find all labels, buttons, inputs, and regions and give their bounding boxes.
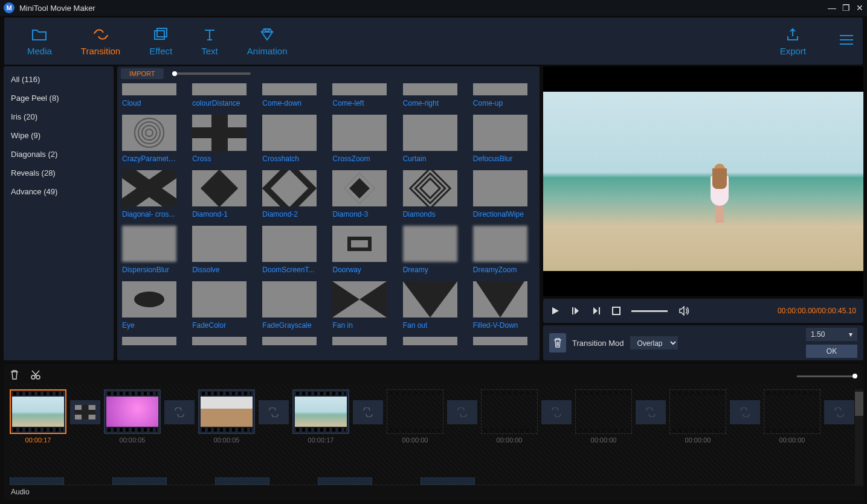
transition-label: CrossZoom	[332, 155, 387, 163]
prev-frame-icon[interactable]	[571, 306, 581, 316]
sidebar-item[interactable]: Reveals (28)	[4, 164, 114, 182]
sidebar-item[interactable]: Diagonals (2)	[4, 145, 114, 164]
sidebar-item[interactable]: Advance (49)	[4, 182, 114, 201]
transition-slot[interactable]	[164, 400, 195, 424]
timeline-zoom-slider[interactable]	[797, 375, 857, 377]
transition-thumb[interactable]: Fan out	[403, 281, 457, 330]
transition-thumb[interactable]: FadeGrayscale	[262, 281, 317, 330]
transition-thumb[interactable]: Crosshatch	[262, 115, 317, 163]
transition-slot[interactable]	[730, 400, 760, 424]
transition-thumb[interactable]: Come-right	[403, 83, 457, 107]
transition-thumb[interactable]: Filled-V-Down	[473, 281, 527, 330]
timeline-clip[interactable]: 00:00:05	[104, 389, 161, 444]
tab-effect[interactable]: Effect	[135, 27, 187, 56]
ok-button[interactable]: OK	[806, 345, 857, 358]
transition-slot[interactable]	[824, 400, 854, 424]
play-icon[interactable]	[550, 306, 560, 316]
transition-label: Diamond-1	[192, 210, 247, 219]
audio-track-label: Audio	[11, 488, 30, 496]
transition-mode-select[interactable]: Overlap	[630, 336, 678, 349]
transition-thumb[interactable]	[332, 337, 387, 345]
transition-thumb[interactable]: Curtain	[403, 115, 457, 163]
timeline-empty-slot[interactable]: 00:00:00	[669, 389, 726, 444]
transition-thumb[interactable]: DispersionBlur	[122, 226, 176, 274]
timeline-clip[interactable]: 00:00:17	[10, 389, 66, 444]
transition-label: DispersionBlur	[122, 266, 176, 274]
gallery-zoom-slider[interactable]	[172, 72, 251, 75]
tab-animation[interactable]: Animation	[233, 27, 302, 56]
stop-icon[interactable]	[612, 307, 620, 315]
transition-slot[interactable]	[70, 400, 100, 424]
transition-thumb[interactable]: Cloud	[122, 83, 176, 107]
tab-transition[interactable]: Transition	[66, 27, 135, 56]
tab-text[interactable]: Text	[187, 27, 233, 56]
transition-thumb[interactable]: Come-down	[262, 83, 317, 107]
transition-thumb[interactable]: DefocusBlur	[473, 115, 527, 163]
timeline-delete-icon[interactable]	[10, 369, 19, 383]
preview-player[interactable]	[543, 66, 863, 296]
transition-thumb[interactable]: Diagonal- cros...	[122, 170, 176, 219]
volume-slider[interactable]	[631, 310, 668, 312]
transition-thumb[interactable]: Cross	[192, 115, 247, 163]
export-button[interactable]: Export	[765, 27, 820, 56]
hamburger-icon[interactable]	[839, 34, 854, 48]
transition-thumb[interactable]: Eye	[122, 281, 176, 330]
timeline-clip[interactable]: 00:00:05	[198, 389, 255, 444]
transition-thumb[interactable]: Come-left	[332, 83, 387, 107]
transition-label: CrazyParametr...	[122, 155, 176, 163]
transition-label: FadeGrayscale	[262, 321, 317, 330]
timeline-clip[interactable]: 00:00:17	[292, 389, 349, 444]
transition-thumb[interactable]: Diamonds	[403, 170, 457, 219]
transition-thumb[interactable]	[262, 337, 317, 345]
transition-slot[interactable]	[636, 400, 666, 424]
tab-media[interactable]: Media	[13, 27, 66, 56]
sidebar-item[interactable]: Iris (20)	[4, 107, 114, 126]
transition-duration-input[interactable]: 1.50▾	[806, 328, 857, 341]
transition-thumb[interactable]: CrazyParametr...	[122, 115, 176, 163]
transition-thumb[interactable]	[473, 337, 527, 345]
text-icon	[202, 27, 218, 42]
transition-thumb[interactable]: DreamyZoom	[473, 226, 527, 274]
transition-label: Come-down	[262, 99, 317, 107]
timeline-empty-slot[interactable]: 00:00:00	[764, 389, 820, 444]
transition-thumb[interactable]: Dissolve	[192, 226, 247, 274]
transition-thumb[interactable]: CrossZoom	[332, 115, 387, 163]
transition-slot[interactable]	[259, 400, 289, 424]
transition-slot[interactable]	[447, 400, 477, 424]
transition-thumb[interactable]: Diamond-1	[192, 170, 247, 219]
transition-thumb[interactable]	[192, 337, 247, 345]
timeline-empty-slot[interactable]: 00:00:00	[575, 389, 632, 444]
sidebar-item[interactable]: Wipe (9)	[4, 126, 114, 145]
transition-thumb[interactable]: FadeColor	[192, 281, 247, 330]
transition-thumb[interactable]: Doorway	[332, 226, 387, 274]
transition-gallery: IMPORT CloudcolourDistanceCome-downCome-…	[117, 66, 540, 360]
maximize-icon[interactable]: ❐	[842, 3, 850, 13]
next-frame-icon[interactable]	[591, 306, 601, 316]
transition-thumb[interactable]	[403, 337, 457, 345]
timeline-empty-slot[interactable]: 00:00:00	[481, 389, 538, 444]
transition-slot[interactable]	[353, 400, 383, 424]
transition-label: Diamond-2	[262, 210, 317, 219]
minimize-icon[interactable]: —	[828, 3, 836, 13]
transition-thumb[interactable]: Diamond-2	[262, 170, 317, 219]
close-icon[interactable]: ✕	[856, 3, 863, 13]
transition-thumb[interactable]: DirectionalWipe	[473, 170, 527, 219]
transition-thumb[interactable]: Come-up	[473, 83, 527, 107]
transition-label: FadeColor	[192, 321, 247, 330]
sidebar-item[interactable]: All (116)	[4, 70, 114, 89]
sidebar-item[interactable]: Page Peel (8)	[4, 89, 114, 107]
transition-slot[interactable]	[541, 400, 572, 424]
import-button[interactable]: IMPORT	[121, 68, 164, 79]
transition-thumb[interactable]: Dreamy	[403, 226, 457, 274]
clip-duration: 00:00:00	[591, 436, 617, 444]
transition-thumb[interactable]: DoomScreenT...	[262, 226, 317, 274]
timeline-empty-slot[interactable]: 00:00:00	[387, 389, 443, 444]
timeline-scrollbar[interactable]	[855, 389, 863, 486]
transition-thumb[interactable]: Diamond-3	[332, 170, 387, 219]
transition-thumb[interactable]: Fan in	[332, 281, 387, 330]
speaker-icon[interactable]	[678, 306, 689, 316]
delete-transition-button[interactable]	[549, 333, 566, 352]
transition-thumb[interactable]	[122, 337, 176, 345]
timeline-cut-icon[interactable]	[30, 369, 41, 383]
transition-thumb[interactable]: colourDistance	[192, 83, 247, 107]
